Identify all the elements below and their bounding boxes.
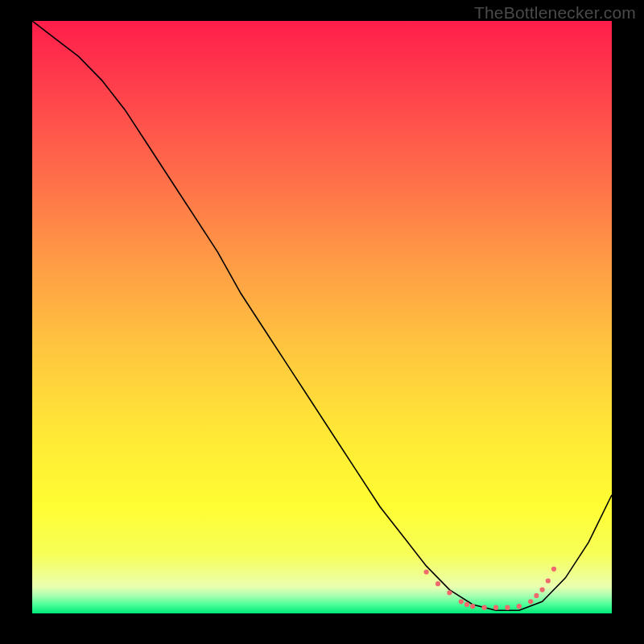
svg-point-14 [546, 578, 551, 583]
svg-point-15 [551, 567, 556, 572]
svg-point-2 [436, 581, 440, 586]
svg-point-1 [424, 569, 429, 574]
svg-point-4 [459, 599, 464, 604]
plot-area [32, 21, 612, 613]
svg-point-3 [447, 590, 452, 595]
curve-layer [32, 21, 612, 613]
watermark-text: TheBottlenecker.com [474, 3, 636, 23]
svg-point-6 [470, 604, 475, 609]
svg-point-10 [517, 604, 522, 609]
svg-point-13 [540, 587, 545, 592]
svg-point-7 [482, 605, 487, 610]
svg-point-8 [493, 605, 498, 610]
svg-point-11 [528, 599, 533, 604]
chart-container: TheBottlenecker.com [0, 0, 644, 644]
svg-point-9 [505, 605, 510, 610]
bottleneck-curve [32, 21, 612, 610]
svg-point-5 [464, 602, 469, 607]
svg-point-12 [534, 593, 539, 598]
